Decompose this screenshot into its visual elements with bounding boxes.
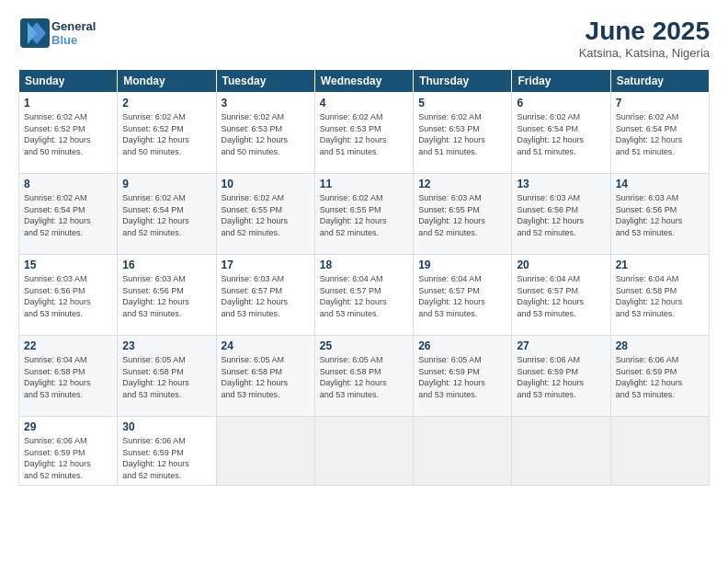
day-detail: Sunrise: 6:05 AM Sunset: 6:59 PM Dayligh… [418, 355, 485, 399]
day-number: 15 [24, 259, 112, 271]
table-row: 6Sunrise: 6:02 AM Sunset: 6:54 PM Daylig… [512, 93, 610, 174]
day-detail: Sunrise: 6:03 AM Sunset: 6:56 PM Dayligh… [616, 193, 683, 237]
calendar-week-2: 8Sunrise: 6:02 AM Sunset: 6:54 PM Daylig… [19, 174, 710, 255]
day-detail: Sunrise: 6:06 AM Sunset: 6:59 PM Dayligh… [24, 436, 91, 480]
day-detail: Sunrise: 6:02 AM Sunset: 6:54 PM Dayligh… [517, 112, 584, 156]
table-row: 12Sunrise: 6:03 AM Sunset: 6:55 PM Dayli… [414, 174, 512, 255]
table-row: 23Sunrise: 6:05 AM Sunset: 6:58 PM Dayli… [118, 336, 216, 417]
table-row: 20Sunrise: 6:04 AM Sunset: 6:57 PM Dayli… [512, 255, 610, 336]
logo-text-general: General [51, 19, 96, 33]
page: General Blue June 2025 Katsina, Katsina,… [0, 0, 728, 563]
header-sunday: Sunday [19, 70, 118, 93]
logo: General Blue [18, 17, 96, 50]
header: General Blue June 2025 Katsina, Katsina,… [18, 17, 710, 60]
day-number: 3 [222, 97, 310, 109]
day-detail: Sunrise: 6:04 AM Sunset: 6:57 PM Dayligh… [320, 274, 387, 318]
day-detail: Sunrise: 6:02 AM Sunset: 6:53 PM Dayligh… [320, 112, 387, 156]
logo-icon [18, 17, 51, 50]
day-number: 10 [222, 178, 310, 190]
day-number: 4 [320, 97, 408, 109]
table-row: 4Sunrise: 6:02 AM Sunset: 6:53 PM Daylig… [314, 93, 413, 174]
location: Katsina, Katsina, Nigeria [579, 46, 710, 60]
table-row: 2Sunrise: 6:02 AM Sunset: 6:52 PM Daylig… [118, 93, 216, 174]
table-row: 17Sunrise: 6:03 AM Sunset: 6:57 PM Dayli… [216, 255, 314, 336]
day-detail: Sunrise: 6:02 AM Sunset: 6:55 PM Dayligh… [222, 193, 289, 237]
table-row: 1Sunrise: 6:02 AM Sunset: 6:52 PM Daylig… [19, 93, 118, 174]
header-wednesday: Wednesday [314, 70, 413, 93]
day-detail: Sunrise: 6:04 AM Sunset: 6:58 PM Dayligh… [24, 355, 91, 399]
logo-text-blue: Blue [51, 33, 96, 47]
day-number: 18 [320, 259, 408, 271]
table-row: 7Sunrise: 6:02 AM Sunset: 6:54 PM Daylig… [610, 93, 709, 174]
title-block: June 2025 Katsina, Katsina, Nigeria [579, 17, 710, 60]
table-row [414, 417, 512, 486]
day-number: 11 [320, 178, 408, 190]
header-thursday: Thursday [414, 70, 512, 93]
day-detail: Sunrise: 6:02 AM Sunset: 6:52 PM Dayligh… [24, 112, 91, 156]
table-row: 9Sunrise: 6:02 AM Sunset: 6:54 PM Daylig… [118, 174, 216, 255]
day-number: 24 [222, 339, 310, 352]
day-number: 26 [418, 339, 506, 352]
table-row: 19Sunrise: 6:04 AM Sunset: 6:57 PM Dayli… [414, 255, 512, 336]
day-number: 29 [24, 420, 112, 433]
header-monday: Monday [118, 70, 216, 93]
table-row [216, 417, 314, 486]
day-number: 9 [122, 178, 210, 190]
day-number: 21 [616, 259, 704, 271]
day-detail: Sunrise: 6:02 AM Sunset: 6:55 PM Dayligh… [320, 193, 387, 237]
day-number: 1 [24, 97, 112, 109]
table-row: 16Sunrise: 6:03 AM Sunset: 6:56 PM Dayli… [118, 255, 216, 336]
calendar-week-5: 29Sunrise: 6:06 AM Sunset: 6:59 PM Dayli… [19, 417, 710, 486]
day-number: 27 [517, 339, 605, 352]
table-row: 30Sunrise: 6:06 AM Sunset: 6:59 PM Dayli… [118, 417, 216, 486]
table-row: 26Sunrise: 6:05 AM Sunset: 6:59 PM Dayli… [414, 336, 512, 417]
day-detail: Sunrise: 6:05 AM Sunset: 6:58 PM Dayligh… [122, 355, 189, 399]
table-row: 22Sunrise: 6:04 AM Sunset: 6:58 PM Dayli… [19, 336, 118, 417]
day-detail: Sunrise: 6:03 AM Sunset: 6:56 PM Dayligh… [517, 193, 584, 237]
table-row: 14Sunrise: 6:03 AM Sunset: 6:56 PM Dayli… [610, 174, 709, 255]
table-row: 13Sunrise: 6:03 AM Sunset: 6:56 PM Dayli… [512, 174, 610, 255]
day-detail: Sunrise: 6:02 AM Sunset: 6:53 PM Dayligh… [418, 112, 485, 156]
calendar-week-3: 15Sunrise: 6:03 AM Sunset: 6:56 PM Dayli… [19, 255, 710, 336]
day-detail: Sunrise: 6:03 AM Sunset: 6:55 PM Dayligh… [418, 193, 485, 237]
day-detail: Sunrise: 6:02 AM Sunset: 6:54 PM Dayligh… [616, 112, 683, 156]
day-number: 22 [24, 339, 112, 352]
day-number: 12 [418, 178, 506, 190]
table-row [512, 417, 610, 486]
day-number: 6 [517, 97, 605, 109]
day-detail: Sunrise: 6:05 AM Sunset: 6:58 PM Dayligh… [320, 355, 387, 399]
day-detail: Sunrise: 6:06 AM Sunset: 6:59 PM Dayligh… [517, 355, 584, 399]
day-detail: Sunrise: 6:05 AM Sunset: 6:58 PM Dayligh… [222, 355, 289, 399]
day-number: 17 [222, 259, 310, 271]
header-tuesday: Tuesday [216, 70, 314, 93]
table-row: 27Sunrise: 6:06 AM Sunset: 6:59 PM Dayli… [512, 336, 610, 417]
day-detail: Sunrise: 6:02 AM Sunset: 6:53 PM Dayligh… [222, 112, 289, 156]
day-detail: Sunrise: 6:02 AM Sunset: 6:54 PM Dayligh… [24, 193, 91, 237]
weekday-header-row: Sunday Monday Tuesday Wednesday Thursday… [19, 70, 710, 93]
table-row [314, 417, 413, 486]
day-number: 8 [24, 178, 112, 190]
day-detail: Sunrise: 6:03 AM Sunset: 6:56 PM Dayligh… [24, 274, 91, 318]
calendar-week-4: 22Sunrise: 6:04 AM Sunset: 6:58 PM Dayli… [19, 336, 710, 417]
day-detail: Sunrise: 6:04 AM Sunset: 6:57 PM Dayligh… [418, 274, 485, 318]
day-number: 2 [122, 97, 210, 109]
table-row: 18Sunrise: 6:04 AM Sunset: 6:57 PM Dayli… [314, 255, 413, 336]
table-row: 21Sunrise: 6:04 AM Sunset: 6:58 PM Dayli… [610, 255, 709, 336]
table-row: 11Sunrise: 6:02 AM Sunset: 6:55 PM Dayli… [314, 174, 413, 255]
day-number: 13 [517, 178, 605, 190]
header-saturday: Saturday [610, 70, 709, 93]
day-detail: Sunrise: 6:02 AM Sunset: 6:54 PM Dayligh… [122, 193, 189, 237]
table-row: 28Sunrise: 6:06 AM Sunset: 6:59 PM Dayli… [610, 336, 709, 417]
day-detail: Sunrise: 6:03 AM Sunset: 6:56 PM Dayligh… [122, 274, 189, 318]
table-row: 15Sunrise: 6:03 AM Sunset: 6:56 PM Dayli… [19, 255, 118, 336]
table-row: 5Sunrise: 6:02 AM Sunset: 6:53 PM Daylig… [414, 93, 512, 174]
calendar-week-1: 1Sunrise: 6:02 AM Sunset: 6:52 PM Daylig… [19, 93, 710, 174]
day-detail: Sunrise: 6:04 AM Sunset: 6:58 PM Dayligh… [616, 274, 683, 318]
day-number: 7 [616, 97, 704, 109]
day-number: 20 [517, 259, 605, 271]
day-detail: Sunrise: 6:06 AM Sunset: 6:59 PM Dayligh… [616, 355, 683, 399]
day-number: 25 [320, 339, 408, 352]
day-detail: Sunrise: 6:04 AM Sunset: 6:57 PM Dayligh… [517, 274, 584, 318]
table-row [610, 417, 709, 486]
table-row: 8Sunrise: 6:02 AM Sunset: 6:54 PM Daylig… [19, 174, 118, 255]
